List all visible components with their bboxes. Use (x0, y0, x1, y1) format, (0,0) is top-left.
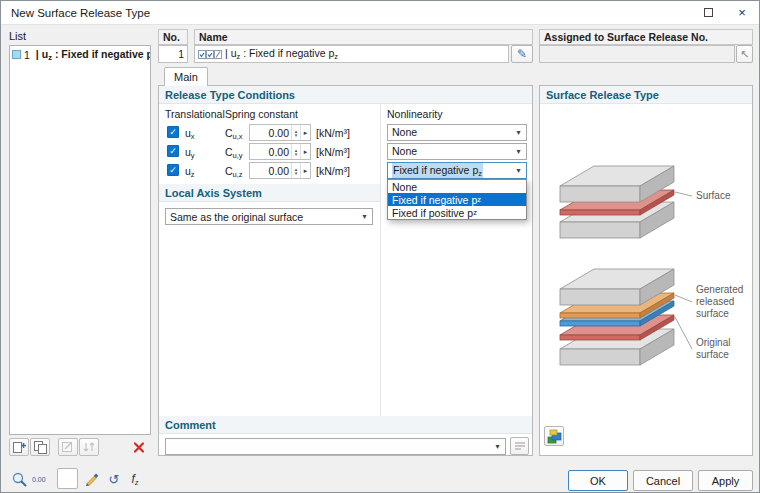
window-title: New Surface Release Type (11, 7, 150, 19)
list-item-number: 1 (24, 49, 30, 61)
nonlinearity-dropdown-list: None Fixed if negative pz Fixed if posit… (387, 179, 527, 220)
close-button[interactable]: × (725, 1, 759, 24)
surface-release-type-header: Surface Release Type (540, 86, 752, 104)
tab-main[interactable]: Main (164, 67, 208, 86)
new-icon (12, 440, 27, 454)
dof-sub: y (191, 151, 195, 160)
text: : Fixed if negative p (240, 47, 334, 59)
value: 0.00 (250, 163, 291, 178)
name-field[interactable]: |uz : Fixed if negative pz (194, 45, 509, 63)
display-colors-button[interactable] (544, 426, 564, 446)
decimals-icon: 0.00 (32, 472, 51, 486)
uy-checkbox[interactable]: ✓ (167, 145, 179, 157)
copy-release-type-button[interactable] (30, 438, 50, 456)
delete-release-type-button[interactable] (129, 438, 149, 456)
maximize-button[interactable] (691, 1, 725, 24)
col-spring-constant: Spring constant (225, 108, 298, 120)
main-tab-panel: Release Type Conditions Translational Sp… (158, 85, 533, 456)
ux-label: ux (185, 127, 195, 141)
unit-menu-arrow-icon[interactable]: ▸ (300, 163, 310, 178)
unit-menu-arrow-icon[interactable]: ▸ (300, 144, 310, 159)
col-nonlinearity: Nonlinearity (387, 108, 442, 120)
sort-icon (82, 440, 97, 454)
nl: Fixed if negative p (393, 164, 478, 176)
background-toggle-button[interactable] (57, 468, 78, 489)
display-settings-button[interactable] (82, 469, 102, 489)
pipe: | (36, 48, 39, 60)
decimal-places-button[interactable]: 0.00 (31, 469, 51, 489)
window-controls: × (691, 1, 759, 24)
maximize-icon (704, 8, 713, 17)
surface-diagram (560, 166, 692, 238)
release-type-list[interactable]: 1 |uz : Fixed if negative pz (9, 45, 151, 435)
surface-label: Surface (696, 190, 730, 202)
spinner[interactable]: ▴▾ (291, 125, 300, 140)
uz-checkbox[interactable]: ✓ (167, 164, 179, 176)
local-axis-select[interactable]: Same as the original surface ▾ (165, 208, 373, 225)
option-text: Fixed if positive p (392, 207, 473, 219)
undo-icon: ↺ (109, 472, 120, 487)
edit-button[interactable] (58, 438, 78, 456)
dropdown-option-none[interactable]: None (388, 180, 526, 193)
chevron-down-icon: ▾ (511, 125, 526, 140)
spinner[interactable]: ▴▾ (291, 144, 300, 159)
ux-checkbox[interactable]: ✓ (167, 126, 179, 138)
apply-button[interactable]: Apply (698, 470, 753, 491)
colors-icon (547, 429, 562, 444)
release-type-conditions-header: Release Type Conditions (159, 86, 532, 104)
spring-constant-input-uz[interactable]: 0.00 ▴▾ ▸ (249, 162, 311, 179)
row-marker (12, 50, 21, 59)
pencil-icon: ✎ (517, 47, 527, 61)
selected-value: None (388, 145, 511, 159)
comment-input[interactable]: ▾ (165, 438, 506, 455)
dropdown-option-fixed-negative[interactable]: Fixed if negative pz (388, 193, 526, 206)
function-edit-button[interactable]: fz (125, 469, 145, 489)
delete-icon (132, 441, 146, 454)
spring-constant-input-uy[interactable]: 0.00 ▴▾ ▸ (249, 143, 311, 160)
original-surface-label: Original surface (696, 337, 752, 361)
new-release-type-button[interactable] (9, 438, 29, 456)
nl: None (392, 126, 417, 138)
dof-sub: x (191, 132, 195, 141)
dropdown-option-fixed-positive[interactable]: Fixed if positive pz (388, 206, 526, 219)
selected-value: Fixed if negative pz (388, 163, 511, 179)
comment-header: Comment (159, 416, 532, 434)
zoom-button[interactable] (9, 469, 29, 489)
unit-uz: [kN/m³] (316, 165, 350, 177)
list-label: List (9, 30, 26, 42)
undo-button[interactable]: ↺ (104, 469, 124, 489)
sort-button[interactable] (79, 438, 99, 456)
ok-button[interactable]: OK (568, 470, 628, 491)
option-sub: z (473, 209, 477, 217)
cuz-label: Cu,z (225, 165, 243, 179)
pipe: | (225, 47, 228, 59)
unit-menu-arrow-icon[interactable]: ▸ (300, 125, 310, 140)
c: C (225, 127, 233, 139)
option-sub: z (477, 196, 481, 204)
spinner[interactable]: ▴▾ (291, 163, 300, 178)
comment-options-button[interactable] (510, 437, 529, 455)
nonlinearity-select-ux[interactable]: None ▾ (387, 124, 527, 141)
name-value: |uz : Fixed if negative pz (225, 47, 338, 61)
spring-constant-input-ux[interactable]: 0.00 ▴▾ ▸ (249, 124, 311, 141)
edit-name-button[interactable]: ✎ (511, 45, 533, 63)
chevron-down-icon: ▾ (357, 209, 372, 224)
no-header: No. (158, 29, 188, 45)
list-item-label: |uz : Fixed if negative pz (36, 48, 150, 62)
c: C (225, 146, 233, 158)
svg-text:0.00: 0.00 (32, 476, 46, 483)
cancel-button[interactable]: Cancel (633, 470, 693, 491)
c-sub: u,y (233, 151, 243, 160)
nonlinearity-select-uy[interactable]: None ▾ (387, 143, 527, 160)
chevron-down-icon: ▾ (511, 144, 526, 159)
c-sub: u,x (233, 132, 243, 141)
pick-surfaces-button[interactable]: ↖ (736, 45, 753, 63)
pick-arrow-icon: ↖ (740, 48, 749, 61)
name-header: Name (194, 29, 533, 45)
nl: None (392, 145, 417, 157)
function-icon: fz (131, 472, 138, 487)
dof-sub: z (191, 170, 195, 179)
list-item[interactable]: 1 |uz : Fixed if negative pz (10, 46, 150, 63)
title-bar[interactable]: New Surface Release Type × (1, 1, 759, 25)
nonlinearity-select-uz[interactable]: Fixed if negative pz ▾ (387, 162, 527, 179)
